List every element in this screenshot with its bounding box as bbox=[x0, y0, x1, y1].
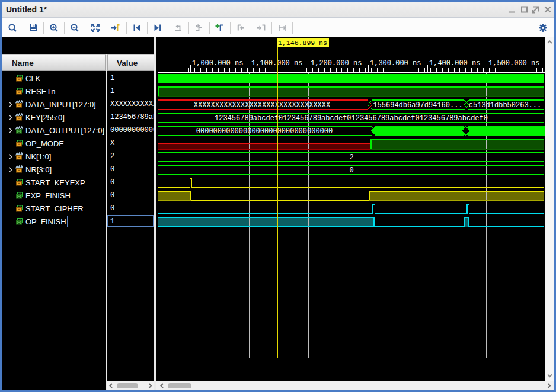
svg-text:1,300.000 ns: 1,300.000 ns bbox=[370, 59, 421, 68]
svg-text:000000000000000000000000000000: 00000000000000000000000000000000 bbox=[196, 127, 333, 136]
svg-text:c513d1dbb50263...: c513d1dbb50263... bbox=[469, 101, 541, 110]
svg-text:1,400.000 ns: 1,400.000 ns bbox=[429, 59, 480, 68]
svg-text:1,200.000 ns: 1,200.000 ns bbox=[311, 59, 362, 68]
svg-text:2: 2 bbox=[349, 153, 353, 162]
svg-text:1,146.899 ns: 1,146.899 ns bbox=[278, 39, 327, 47]
svg-text:1,500.000 ns: 1,500.000 ns bbox=[488, 59, 539, 68]
svg-text:XXXXXXXXXXXXXXXXXXXXXXXXXXXXXX: XXXXXXXXXXXXXXXXXXXXXXXXXXXXXXXX bbox=[194, 101, 330, 110]
svg-text:1,000.000 ns: 1,000.000 ns bbox=[192, 59, 243, 68]
svg-text:0: 0 bbox=[349, 166, 353, 175]
svg-text:1,100.000 ns: 1,100.000 ns bbox=[251, 59, 302, 68]
svg-text:123456789abcdef0123456789abcde: 123456789abcdef0123456789abcdef012345678… bbox=[215, 114, 488, 123]
svg-text:155694db6a97d94160...: 155694db6a97d94160... bbox=[373, 101, 462, 110]
